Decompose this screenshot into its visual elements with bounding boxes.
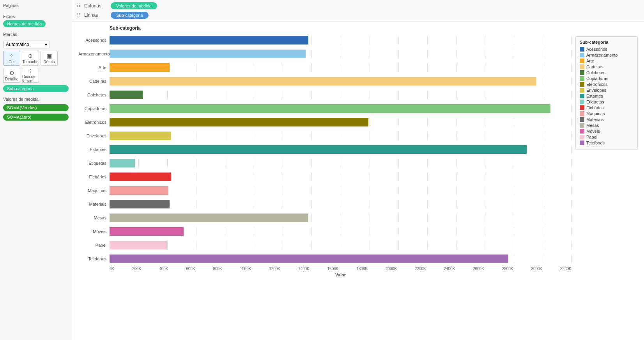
linhas-icon: ⠿ — [77, 12, 80, 18]
bar-fill — [110, 159, 135, 167]
x-tick-label: 1800K — [356, 267, 368, 271]
bar-label: Envelopes — [78, 134, 110, 138]
subcategoria-pill[interactable]: Sub-categoria — [3, 85, 69, 92]
bar-row: Telefones — [78, 253, 571, 265]
x-tick-label: 400K — [159, 267, 168, 271]
bar-fill — [110, 91, 143, 99]
bar-fill — [110, 36, 308, 45]
bar-track — [110, 255, 571, 263]
legend-item: Colchetes — [580, 70, 633, 75]
tamanho-icon: ⊙ — [28, 53, 33, 59]
legend-item: Estantes — [580, 94, 633, 98]
legend-item-label: Colchetes — [586, 70, 605, 75]
legend-item-label: Móveis — [586, 129, 600, 134]
detalhe-button[interactable]: ⚙ Detalhe — [3, 68, 20, 83]
marcas-section: Marcas Automático ▾ ⁘ Cor ⊙ Tamanho ▣ Ró… — [3, 32, 69, 92]
x-tick-label: 3000K — [531, 267, 542, 271]
bar-fill — [110, 186, 168, 195]
bar-label: Colchetes — [78, 93, 110, 97]
bar-fill — [110, 50, 306, 58]
tamanho-button[interactable]: ⊙ Tamanho — [22, 51, 39, 66]
bar-fill — [110, 227, 184, 236]
legend-item: Máquinas — [580, 111, 633, 116]
legend-item-label: Copiadoras — [586, 76, 608, 81]
x-tick-label: 1000K — [240, 267, 251, 271]
bar-track — [110, 214, 571, 222]
filters-title: Filtros — [3, 14, 69, 19]
automático-label: Automático — [6, 42, 29, 47]
rotulo-button[interactable]: ▣ Rótulo — [41, 51, 58, 66]
colunas-pill[interactable]: Valores de medida — [111, 2, 157, 9]
soma-zero-pill[interactable]: SOMA(Zero) — [3, 114, 69, 121]
bar-row: Arte — [78, 61, 571, 74]
bar-track — [110, 104, 571, 113]
bar-track — [110, 50, 571, 58]
legend-item-label: Máquinas — [586, 111, 605, 116]
bar-fill — [110, 200, 170, 208]
detalhe-label: Detalhe — [5, 77, 18, 81]
bar-label: Arte — [78, 65, 110, 70]
legend-color-box — [580, 123, 584, 128]
x-axis-labels: 0K200K400K600K800K1000K1200K1400K1600K18… — [110, 267, 571, 271]
legend-color-box — [580, 141, 584, 145]
marcas-icons-row2: ⚙ Detalhe ⊹ Dica de ferram. — [3, 68, 69, 83]
bar-fill — [110, 77, 536, 85]
dropdown-arrow-icon: ▾ — [45, 42, 47, 47]
legend-item-label: Envelopes — [586, 88, 606, 93]
legend-color-box — [580, 111, 584, 116]
legend-item: Papel — [580, 135, 633, 139]
cor-button[interactable]: ⁘ Cor — [3, 51, 20, 66]
linhas-pill[interactable]: Sub-categoria — [111, 12, 149, 19]
legend-item: Acessórios — [580, 47, 633, 52]
legend-item-label: Telefones — [586, 141, 605, 145]
bar-fill — [110, 173, 171, 181]
bars-container: AcessóriosArmazenamentoArteCadeirasColch… — [78, 34, 571, 265]
soma-vendas-pill[interactable]: SOMA(Vendas) — [3, 104, 69, 111]
legend-color-box — [580, 94, 584, 98]
legend-item: Fichários — [580, 105, 633, 110]
legend-item-label: Arte — [586, 59, 594, 63]
legend-item: Armazenamento — [580, 53, 633, 57]
bar-row: Móveis — [78, 225, 571, 238]
bar-label: Cadeiras — [78, 79, 110, 84]
rotulo-icon: ▣ — [47, 53, 52, 59]
legend-item: Copiadoras — [580, 76, 633, 81]
bar-row: Envelopes — [78, 130, 571, 142]
dica-button[interactable]: ⊹ Dica de ferram. — [22, 68, 39, 83]
x-tick-label: 2400K — [444, 267, 455, 271]
x-tick-label: 0K — [110, 267, 114, 271]
marcas-icons-row: ⁘ Cor ⊙ Tamanho ▣ Rótulo — [3, 51, 69, 66]
automático-dropdown[interactable]: Automático ▾ — [3, 41, 50, 48]
bar-fill — [110, 63, 170, 72]
legend-item-label: Mesas — [586, 123, 599, 128]
x-tick-label: 200K — [132, 267, 141, 271]
legend-color-box — [580, 59, 584, 63]
legend-color-box — [580, 53, 584, 57]
bar-track — [110, 36, 571, 45]
legend-item: Telefones — [580, 141, 633, 145]
bar-row: Cadeiras — [78, 75, 571, 87]
legend-items: AcessóriosArmazenamentoArteCadeirasColch… — [580, 47, 633, 145]
legend-color-box — [580, 135, 584, 139]
bar-track — [110, 200, 571, 208]
legend-item-label: Acessórios — [586, 47, 607, 52]
legend-color-box — [580, 64, 584, 69]
detalhe-icon: ⚙ — [9, 70, 14, 76]
legend-color-box — [580, 117, 584, 122]
x-axis-title: Valor — [110, 272, 571, 277]
colunas-icon: ⠿ — [77, 3, 80, 9]
filters-section: Filtros Nomes de medida — [3, 14, 69, 27]
legend-title: Sub-categoria — [580, 40, 633, 45]
pages-title: Páginas — [3, 3, 69, 8]
colunas-row: ⠿ Colunas Valores de medida — [77, 2, 639, 10]
bar-label: Fichários — [78, 174, 110, 179]
filter-pill[interactable]: Nomes de medida — [3, 20, 46, 27]
legend-item: Arte — [580, 59, 633, 63]
bar-track — [110, 118, 571, 126]
bar-row: Armazenamento — [78, 48, 571, 60]
x-tick-label: 2600K — [473, 267, 484, 271]
x-tick-label: 2000K — [386, 267, 397, 271]
bar-row: Mesas — [78, 212, 571, 224]
legend-item: Mesas — [580, 123, 633, 128]
sidebar: Páginas Filtros Nomes de medida Marcas A… — [0, 0, 72, 340]
